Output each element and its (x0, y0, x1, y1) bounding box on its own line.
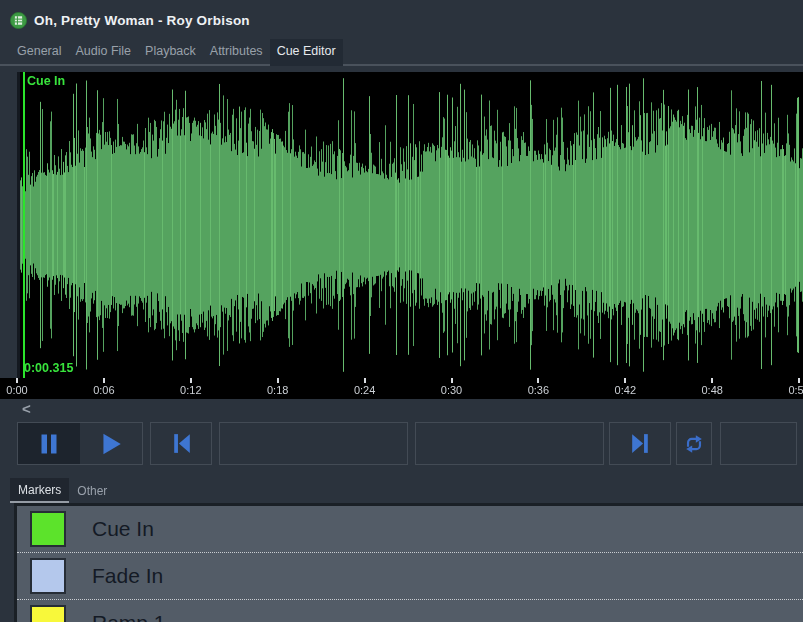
transport-extra-button[interactable] (720, 422, 797, 465)
ruler-tick-label: 0:18 (267, 384, 288, 396)
tab-audio-file[interactable]: Audio File (68, 39, 138, 64)
marker-label: Ramp 1 (92, 611, 166, 622)
marker-label: Fade In (92, 564, 163, 588)
window-title: Oh, Pretty Woman - Roy Orbison (34, 13, 250, 28)
marker-row-fade-in[interactable]: Fade In (17, 552, 803, 599)
ruler-tick-label: 0:30 (441, 384, 462, 396)
ruler-tick-label: 0:48 (701, 384, 722, 396)
marker-color-swatch[interactable] (30, 511, 66, 547)
waveform-scrollbar[interactable]: < (0, 399, 803, 421)
tab-cue-editor[interactable]: Cue Editor (270, 39, 343, 66)
ruler-tick-label: 0:24 (354, 384, 375, 396)
tab-attributes[interactable]: Attributes (203, 39, 270, 64)
loop-icon (683, 433, 705, 455)
marker-label: Cue In (92, 517, 154, 541)
marker-tab-bar: Markers Other (0, 476, 803, 503)
pause-button[interactable] (18, 423, 80, 464)
tab-other[interactable]: Other (69, 479, 115, 503)
ruler-tick (798, 378, 800, 383)
transport-panel-1[interactable] (219, 422, 408, 465)
song-list-icon (10, 12, 27, 29)
ruler-tick-label: 0:12 (180, 384, 201, 396)
transport-panel-2[interactable] (415, 422, 604, 465)
ruler-tick (277, 378, 279, 383)
ruler-tick (103, 378, 105, 383)
ruler-tick (16, 378, 18, 383)
cue-position-time: 0:00.315 (24, 361, 73, 375)
play-icon (98, 431, 124, 457)
ruler-tick-label: 0:06 (93, 384, 114, 396)
cue-in-label: Cue In (27, 74, 65, 88)
waveform-canvas[interactable] (20, 72, 803, 378)
skip-to-start-icon (169, 431, 194, 456)
ruler-tick-label: 0:00 (6, 384, 27, 396)
main-tab-bar: General Audio File Playback Attributes C… (0, 40, 803, 66)
ruler-tick (364, 378, 366, 383)
ruler-tick (451, 378, 453, 383)
play-button[interactable] (80, 423, 142, 464)
ruler-tick (711, 378, 713, 383)
scroll-left-arrow-icon[interactable]: < (22, 400, 31, 418)
ruler-tick (624, 378, 626, 383)
marker-list: Cue In Fade In Ramp 1 (14, 503, 803, 622)
ruler-tick (190, 378, 192, 383)
ruler-tick-label: 0:54 (788, 384, 803, 396)
tab-general[interactable]: General (10, 39, 68, 64)
waveform-panel[interactable]: Cue In 0:00.315 (17, 72, 803, 378)
skip-to-end-button[interactable] (609, 422, 671, 465)
play-pause-group (17, 422, 143, 465)
skip-to-start-button[interactable] (150, 422, 212, 465)
ruler-tick-label: 0:42 (615, 384, 636, 396)
cue-in-marker-line[interactable] (23, 72, 25, 378)
ruler-tick-label: 0:36 (528, 384, 549, 396)
marker-row-ramp-1[interactable]: Ramp 1 (17, 599, 803, 622)
tab-markers[interactable]: Markers (10, 478, 69, 503)
marker-row-cue-in[interactable]: Cue In (17, 506, 803, 552)
marker-color-swatch[interactable] (30, 558, 66, 594)
transport-bar (0, 422, 803, 465)
tab-playback[interactable]: Playback (138, 39, 203, 64)
pause-icon (37, 432, 61, 456)
ruler-tick (537, 378, 539, 383)
title-bar: Oh, Pretty Woman - Roy Orbison (0, 0, 803, 40)
skip-to-end-icon (628, 431, 653, 456)
time-ruler[interactable]: 0:000:060:120:180:240:300:360:420:480:54 (0, 378, 803, 399)
loop-button[interactable] (676, 422, 712, 465)
marker-color-swatch[interactable] (30, 605, 66, 622)
